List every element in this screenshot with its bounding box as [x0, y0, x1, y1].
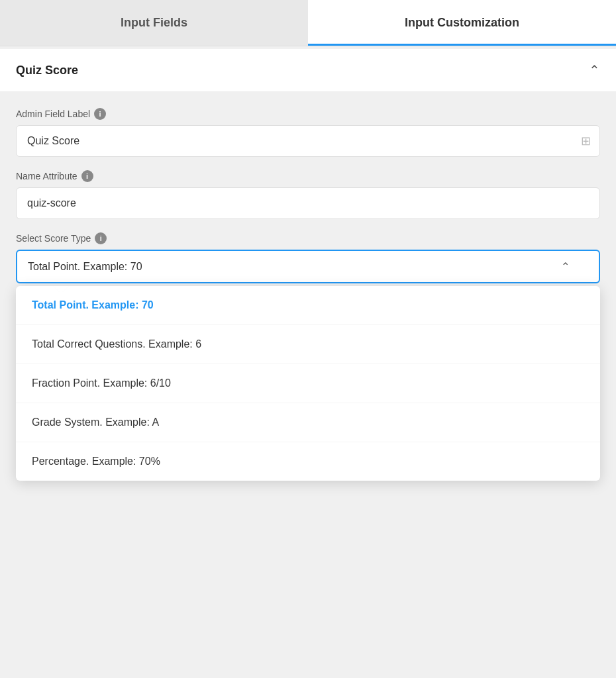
section-header: Quiz Score ⌃ — [0, 49, 616, 92]
select-chevron-up-icon: ⌃ — [561, 260, 570, 273]
select-score-type-label: Select Score Type i — [16, 232, 600, 244]
tab-bar: Input Fields Input Customization — [0, 0, 616, 46]
list-icon: ⊞ — [581, 134, 591, 148]
select-score-type-value: Total Point. Example: 70 — [28, 261, 142, 273]
main-container: Input Fields Input Customization Quiz Sc… — [0, 0, 616, 678]
select-score-type-group: Select Score Type i Total Point. Example… — [16, 232, 600, 481]
tab-input-customization[interactable]: Input Customization — [308, 0, 616, 46]
section-collapse-icon[interactable]: ⌃ — [589, 62, 600, 78]
name-attribute-group: Name Attribute i — [16, 170, 600, 219]
admin-field-label-label: Admin Field Label i — [16, 108, 600, 120]
dropdown-item-total-point[interactable]: Total Point. Example: 70 — [16, 286, 600, 325]
section-title: Quiz Score — [16, 64, 78, 77]
admin-field-label-info-icon[interactable]: i — [94, 108, 106, 120]
admin-field-label-input-wrapper: ⊞ — [16, 125, 600, 157]
form-area: Admin Field Label i ⊞ Name Attribute i S… — [0, 92, 616, 678]
select-score-type-display[interactable]: Total Point. Example: 70 ⌃ — [16, 250, 600, 283]
select-score-type-wrapper: Total Point. Example: 70 ⌃ Total Point. … — [16, 250, 600, 481]
name-attribute-input[interactable] — [16, 187, 600, 219]
name-attribute-input-wrapper — [16, 187, 600, 219]
name-attribute-info-icon[interactable]: i — [81, 170, 93, 182]
dropdown-item-grade-system[interactable]: Grade System. Example: A — [16, 403, 600, 442]
tab-input-fields[interactable]: Input Fields — [0, 0, 308, 46]
select-score-type-info-icon[interactable]: i — [95, 232, 107, 244]
dropdown-item-total-correct[interactable]: Total Correct Questions. Example: 6 — [16, 325, 600, 364]
admin-field-label-group: Admin Field Label i ⊞ — [16, 108, 600, 157]
admin-field-label-input[interactable] — [16, 125, 600, 157]
dropdown-item-percentage[interactable]: Percentage. Example: 70% — [16, 442, 600, 481]
dropdown-item-fraction-point[interactable]: Fraction Point. Example: 6/10 — [16, 364, 600, 403]
name-attribute-label: Name Attribute i — [16, 170, 600, 182]
score-type-dropdown: Total Point. Example: 70 Total Correct Q… — [16, 286, 600, 481]
